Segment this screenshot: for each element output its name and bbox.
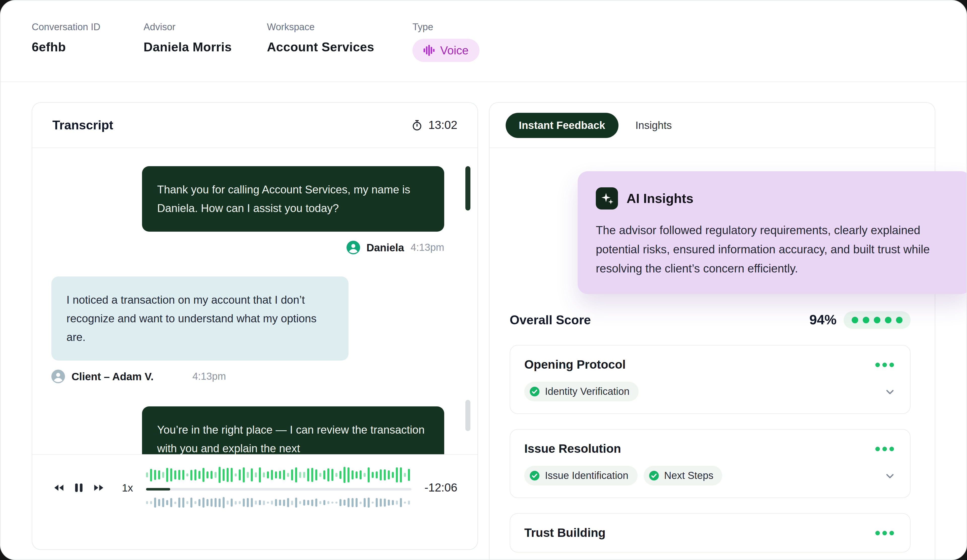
chevron-down-icon (884, 469, 896, 482)
type-label: Type (413, 21, 480, 33)
advisor-message-meta: Daniela 4:13pm (51, 241, 444, 254)
fast-forward-icon (93, 481, 105, 494)
tab-instant-feedback[interactable]: Instant Feedback (506, 112, 618, 138)
sparkle-icon (600, 192, 614, 205)
waveform-stack (146, 466, 411, 510)
check-circle-icon (649, 470, 659, 481)
conversation-id-value: 6efhb (32, 40, 144, 54)
overall-score-label: Overall Score (510, 313, 591, 327)
category-title: Trust Building (524, 526, 606, 540)
call-duration-value: 13:02 (428, 119, 457, 132)
playback-speed-button[interactable]: 1x (122, 482, 133, 494)
chip-label: Next Steps (664, 470, 713, 481)
overall-score-group: 94% (809, 311, 911, 329)
fast-forward-button[interactable] (93, 481, 105, 494)
transcript-scrollbar-track[interactable] (465, 400, 470, 431)
transcript-title: Transcript (52, 118, 113, 132)
category-title: Opening Protocol (524, 357, 626, 372)
expand-category-button[interactable] (884, 385, 896, 398)
waveform-secondary (146, 496, 411, 510)
person-icon (51, 370, 65, 383)
call-duration: 13:02 (411, 119, 457, 132)
voice-badge: Voice (413, 39, 480, 62)
check-circle-icon (529, 470, 540, 481)
advisor-avatar (346, 241, 360, 254)
category-title: Issue Resolution (524, 441, 621, 456)
client-name: Client – Adam V. (71, 371, 153, 382)
rewind-button[interactable] (52, 481, 65, 494)
tab-insights[interactable]: Insights (635, 119, 672, 131)
playback-controls: 1x (52, 481, 133, 494)
ai-insights-card: AI Insights The advisor followed regulat… (578, 171, 967, 294)
playback-progress-bar[interactable] (146, 488, 411, 491)
advisor-message-bubble: You’re in the right place — I can review… (142, 407, 444, 454)
field-type: Type Voice (413, 21, 480, 82)
chip-identity-verification: Identity Verification (524, 382, 639, 401)
main-content: Transcript 13:02 Thank you for calling A… (0, 82, 967, 560)
category-header: Opening Protocol (524, 357, 896, 372)
workspace-value: Account Services (267, 40, 413, 54)
overall-score-row: Overall Score 94% (510, 311, 911, 329)
audio-player: 1x -12:06 (32, 454, 477, 510)
category-chips: Identity Verification (524, 382, 896, 401)
advisor-message-time: 4:13pm (411, 242, 444, 253)
feedback-body: AI Insights The advisor followed regulat… (490, 148, 935, 552)
chip-label: Issue Identification (545, 470, 628, 481)
client-message-time: 4:13pm (192, 371, 226, 382)
feedback-panel: Instant Feedback Insights AI Insights (489, 102, 935, 560)
conversation-header: Conversation ID 6efhb Advisor Daniela Mo… (0, 0, 967, 82)
conversation-review-page: Conversation ID 6efhb Advisor Daniela Mo… (0, 0, 967, 560)
advisor-name: Daniela (366, 242, 404, 254)
workspace-label: Workspace (267, 21, 413, 33)
transcript-scrollbar-thumb[interactable] (465, 166, 470, 211)
expand-category-button[interactable] (884, 469, 896, 482)
chip-issue-identification: Issue Identification (524, 466, 637, 486)
voice-badge-label: Voice (440, 44, 469, 57)
voice-waveform-icon (424, 44, 435, 56)
advisor-label: Advisor (144, 21, 267, 33)
field-conversation-id: Conversation ID 6efhb (32, 21, 144, 82)
client-message-bubble: I noticed a transaction on my account th… (51, 277, 348, 361)
ai-icon-box (596, 187, 618, 209)
category-header: Issue Resolution (524, 441, 896, 456)
check-circle-icon (529, 386, 540, 397)
chevron-down-icon (884, 385, 896, 398)
more-menu-icon[interactable] (873, 445, 896, 453)
category-card-opening-protocol: Opening Protocol Identity Verification (510, 345, 911, 414)
category-card-trust-building: Trust Building (510, 513, 911, 552)
message-list: Thank you for calling Account Services, … (32, 148, 477, 454)
stopwatch-icon (411, 119, 423, 131)
advisor-value: Daniela Morris (144, 40, 267, 54)
transcript-panel: Transcript 13:02 Thank you for calling A… (32, 102, 478, 550)
more-menu-icon[interactable] (873, 529, 896, 537)
time-remaining: -12:06 (424, 481, 457, 494)
more-menu-icon[interactable] (873, 360, 896, 369)
waveform-primary (146, 466, 411, 484)
ai-insights-title: AI Insights (627, 191, 693, 206)
chip-label: Identity Verification (545, 386, 630, 397)
person-icon (346, 241, 360, 254)
field-workspace: Workspace Account Services (267, 21, 413, 82)
ai-insights-text: The advisor followed regulatory requirem… (596, 221, 938, 278)
ai-insights-header: AI Insights (596, 187, 953, 209)
client-message-meta: Client – Adam V. 4:13pm (51, 370, 444, 383)
rewind-icon (52, 481, 65, 494)
transcript-panel-header: Transcript 13:02 (32, 103, 477, 148)
client-avatar (51, 370, 65, 383)
pause-icon (73, 481, 85, 494)
category-chips: Issue Identification Next Steps (524, 466, 896, 486)
category-header: Trust Building (524, 526, 896, 540)
score-dots (843, 311, 911, 329)
advisor-message-bubble: Thank you for calling Account Services, … (142, 166, 444, 232)
overall-score-value: 94% (809, 312, 837, 328)
feedback-tabs: Instant Feedback Insights (490, 103, 935, 148)
playback-progress-fill (146, 488, 170, 491)
chip-next-steps: Next Steps (644, 466, 723, 486)
pause-button[interactable] (73, 481, 85, 494)
conversation-id-label: Conversation ID (32, 21, 144, 33)
category-card-issue-resolution: Issue Resolution Issue Identification (510, 429, 911, 498)
field-advisor: Advisor Daniela Morris (144, 21, 267, 82)
